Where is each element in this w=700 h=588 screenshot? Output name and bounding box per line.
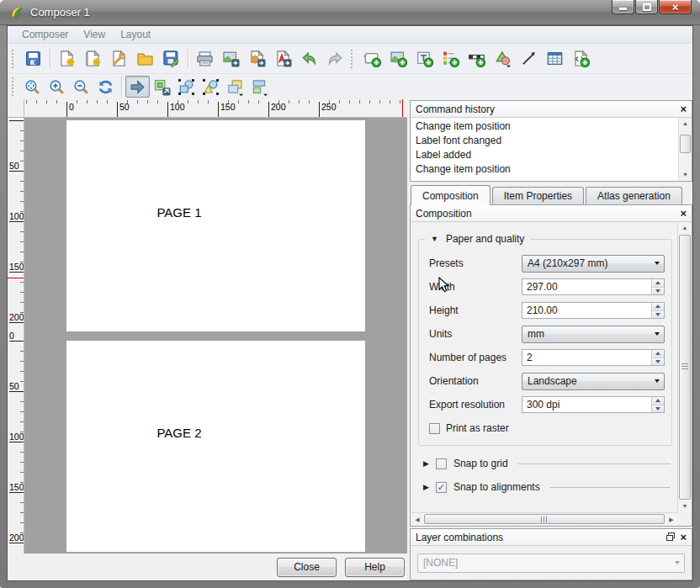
new-composer-button[interactable] xyxy=(54,47,80,71)
command-history-list[interactable]: Change item positionLabel font changedLa… xyxy=(411,118,692,181)
titlebar[interactable]: Composer 1 × xyxy=(0,0,700,25)
add-attribute-table-button[interactable] xyxy=(542,47,568,71)
page-label-item[interactable]: PAGE 2 xyxy=(146,426,213,440)
expand-triangle-icon[interactable]: ▶ xyxy=(423,459,429,468)
zoom-in-button[interactable] xyxy=(45,76,69,98)
scroll-down-icon[interactable]: ▼ xyxy=(679,169,692,181)
ruler-minor-tick xyxy=(107,100,108,103)
export-as-image-button[interactable] xyxy=(218,47,244,71)
num-pages-spinbox[interactable]: 2 xyxy=(522,349,665,366)
export-as-pdf-button[interactable] xyxy=(270,47,296,71)
snap-to-grid-checkbox[interactable] xyxy=(436,458,447,469)
toolbar-grip[interactable] xyxy=(351,50,356,68)
toolbar-grip[interactable] xyxy=(12,50,17,68)
spin-buttons[interactable] xyxy=(651,397,664,412)
scrollbar-thumb[interactable] xyxy=(424,514,665,524)
close-panel-icon[interactable]: × xyxy=(680,103,687,114)
export-as-svg-button[interactable] xyxy=(244,47,270,71)
redo-button[interactable] xyxy=(322,47,348,71)
float-panel-icon[interactable] xyxy=(666,532,675,543)
menu-view[interactable]: View xyxy=(76,26,113,44)
orientation-combo[interactable]: Landscape xyxy=(522,373,665,390)
maximize-button[interactable] xyxy=(635,0,658,14)
add-legend-button[interactable] xyxy=(438,47,464,71)
zoom-out-button[interactable] xyxy=(69,76,93,98)
menu-layout[interactable]: Layout xyxy=(113,26,158,44)
add-html-frame-button[interactable] xyxy=(568,47,594,71)
scroll-up-icon[interactable]: ▲ xyxy=(679,118,692,130)
scroll-right-icon[interactable]: ▶ xyxy=(666,513,677,526)
move-item-content-button[interactable] xyxy=(150,76,174,98)
vertical-scrollbar[interactable]: ▲▼ xyxy=(678,118,692,181)
snap-to-alignments-row: ▶ ✓ Snap to alignments xyxy=(423,481,671,493)
group-items-button[interactable] xyxy=(174,76,199,98)
add-label-button[interactable] xyxy=(411,47,438,71)
refresh-view-button[interactable] xyxy=(93,76,118,98)
menubar: ComposerViewLayout xyxy=(8,26,692,44)
scrollbar-thumb[interactable] xyxy=(679,235,691,500)
tab-atlas-generation[interactable]: Atlas generation xyxy=(586,187,682,204)
presets-combo[interactable]: A4 (210x297 mm) xyxy=(522,255,665,273)
ruler-minor-tick xyxy=(369,100,370,103)
load-from-template-button[interactable] xyxy=(132,47,158,71)
snap-to-alignments-label: Snap to alignments xyxy=(453,481,540,493)
layer-combinations-title: Layer combinations xyxy=(416,532,503,543)
minimize-button[interactable] xyxy=(612,0,634,14)
units-combo[interactable]: mm xyxy=(522,326,665,343)
list-item[interactable]: Change item position xyxy=(416,162,675,177)
close-button[interactable]: × xyxy=(659,0,692,14)
height-spinbox[interactable]: 210.00 xyxy=(522,302,665,319)
scrollbar-thumb[interactable] xyxy=(680,135,691,153)
close-panel-icon[interactable]: × xyxy=(680,208,687,219)
spin-buttons[interactable] xyxy=(651,350,664,365)
toolbar-grip[interactable] xyxy=(12,77,17,96)
print-as-raster-checkbox[interactable] xyxy=(429,423,440,434)
close-panel-icon[interactable]: × xyxy=(680,532,687,543)
paper-quality-header[interactable]: ▼ Paper and quality xyxy=(425,233,530,245)
snap-to-alignments-checkbox[interactable]: ✓ xyxy=(436,482,447,493)
spin-buttons[interactable] xyxy=(651,303,664,318)
export-as-image-icon xyxy=(222,50,240,67)
undo-button[interactable] xyxy=(296,47,322,71)
composition-canvas[interactable]: PAGE 1PAGE 2 xyxy=(24,118,407,554)
list-item[interactable]: Label font changed xyxy=(416,134,675,148)
select-move-item-button[interactable] xyxy=(125,76,150,98)
page-label-item[interactable]: PAGE 1 xyxy=(146,205,213,220)
add-scalebar-button[interactable] xyxy=(464,47,490,71)
close-dialog-button[interactable]: Close xyxy=(277,558,337,577)
ungroup-items-button[interactable] xyxy=(199,76,223,98)
menu-composer[interactable]: Composer xyxy=(14,26,76,44)
tab-item-properties[interactable]: Item Properties xyxy=(492,187,584,204)
print-button[interactable] xyxy=(192,47,218,71)
add-new-map-button[interactable] xyxy=(359,47,385,71)
ruler-tick-label: 150 xyxy=(9,262,24,272)
ruler-cursor-marker xyxy=(402,99,403,117)
composer-manager-button[interactable] xyxy=(106,47,132,71)
horizontal-scrollbar[interactable]: ◀ ▶ xyxy=(411,512,677,526)
zoom-full-button[interactable] xyxy=(20,76,45,98)
scroll-up-icon[interactable]: ▲ xyxy=(678,222,692,234)
add-arrow-button[interactable] xyxy=(516,47,542,71)
duplicate-composer-button[interactable] xyxy=(80,47,106,71)
save-project-button[interactable] xyxy=(20,47,46,71)
expand-triangle-icon[interactable]: ▶ xyxy=(423,483,429,491)
tab-composition[interactable]: Composition xyxy=(411,185,491,205)
vertical-scrollbar[interactable]: ▲ ▼ xyxy=(677,222,692,512)
help-button[interactable]: Help xyxy=(345,558,405,577)
scroll-down-icon[interactable]: ▼ xyxy=(678,501,692,512)
ruler-minor-tick xyxy=(390,100,390,103)
add-shape-button[interactable] xyxy=(490,47,516,71)
width-spinbox[interactable]: 297.00 xyxy=(522,278,665,295)
ruler-minor-tick xyxy=(20,241,24,242)
spin-buttons[interactable] xyxy=(651,279,664,294)
list-item[interactable]: Label added xyxy=(416,148,675,162)
list-item[interactable]: Change item position xyxy=(416,119,675,134)
raise-selected-items-button[interactable] xyxy=(223,76,247,98)
add-new-map-icon xyxy=(363,50,381,67)
add-image-button[interactable] xyxy=(385,47,411,71)
layer-combinations-combo[interactable]: [NONE] xyxy=(417,554,685,573)
save-as-template-button[interactable] xyxy=(158,47,184,71)
align-selected-items-button[interactable] xyxy=(247,76,272,98)
scroll-left-icon[interactable]: ◀ xyxy=(411,513,423,526)
export-resolution-spinbox[interactable]: 300 dpi xyxy=(522,396,665,413)
